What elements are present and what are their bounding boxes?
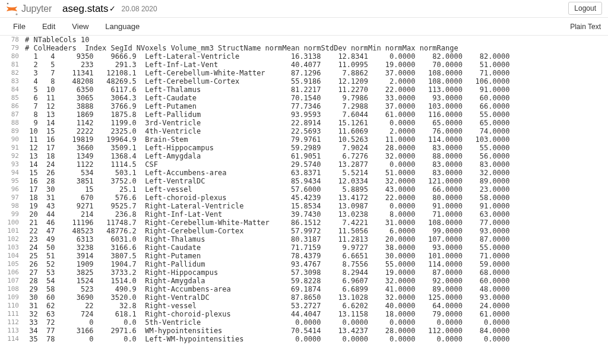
line-text: 8 13 1869 1875.8 Left-Pallidum 93.9593 7… bbox=[23, 110, 509, 119]
editor-line: 113 34 77 3166 2971.6 WM-hypointensities… bbox=[0, 327, 608, 335]
jupyter-logo[interactable]: Jupyter bbox=[5, 2, 62, 16]
line-number: 107 bbox=[0, 277, 23, 285]
line-text: # NTableCols 10 bbox=[23, 36, 89, 44]
editor-line: 81 2 5 233 291.3 Left-Inf-Lat-Vent 40.40… bbox=[0, 61, 608, 69]
editor-line: 110 31 62 22 32.8 Right-vessel 53.2727 6… bbox=[0, 302, 608, 310]
line-text: 35 78 0 0.0 Left-WM-hypointensities 0.00… bbox=[23, 335, 509, 343]
line-text: 23 49 6313 6031.0 Right-Thalamus 80.3187… bbox=[23, 235, 509, 243]
editor-line: 94 15 26 534 503.1 Left-Accumbens-area 6… bbox=[0, 169, 608, 177]
line-text: 27 53 3825 3733.2 Right-Hippocampus 57.3… bbox=[23, 268, 509, 277]
line-number: 103 bbox=[0, 243, 23, 252]
line-number: 114 bbox=[0, 335, 23, 343]
line-number: 109 bbox=[0, 293, 23, 302]
editor-line: 104 25 51 3914 3807.5 Right-Putamen 78.4… bbox=[0, 252, 608, 260]
line-number: 106 bbox=[0, 268, 23, 277]
editor-line: 98 19 43 9271 9525.7 Right-Lateral-Ventr… bbox=[0, 202, 608, 210]
line-text: 28 54 1524 1514.0 Right-Amygdala 59.8228… bbox=[23, 277, 509, 285]
editor-content[interactable]: 78# NTableCols 1079# ColHeaders Index Se… bbox=[0, 36, 608, 343]
line-text: 17 30 15 25.1 Left-vessel 57.6000 5.8895… bbox=[23, 185, 509, 194]
line-text: 13 18 1349 1368.4 Left-Amygdala 61.9051 … bbox=[23, 152, 509, 160]
menu-view[interactable]: View bbox=[64, 19, 97, 34]
editor-line: 84 5 10 6350 6117.6 Left-Thalamus 81.221… bbox=[0, 86, 608, 94]
line-number: 112 bbox=[0, 318, 23, 327]
editor-line: 107 28 54 1524 1514.0 Right-Amygdala 59.… bbox=[0, 277, 608, 285]
editor-mode[interactable]: Plain Text bbox=[570, 23, 601, 31]
editor-line: 105 26 52 1909 1904.7 Right-Pallidum 93.… bbox=[0, 260, 608, 268]
line-number: 110 bbox=[0, 302, 23, 310]
editor-line: 88 9 14 1142 1199.0 3rd-Ventricle 22.891… bbox=[0, 119, 608, 127]
line-text: # ColHeaders Index SegId NVoxels Volume_… bbox=[23, 44, 458, 52]
line-text: 31 62 22 32.8 Right-vessel 53.2727 6.620… bbox=[23, 302, 509, 310]
editor-line: 114 35 78 0 0.0 Left-WM-hypointensities … bbox=[0, 335, 608, 343]
editor-line: 108 29 58 523 490.9 Right-Accumbens-area… bbox=[0, 285, 608, 293]
line-text: 6 11 3065 3064.3 Left-Caudate 70.1540 9.… bbox=[23, 94, 509, 102]
line-number: 79 bbox=[0, 44, 23, 52]
line-number: 80 bbox=[0, 52, 23, 61]
menu-edit[interactable]: Edit bbox=[34, 19, 64, 34]
line-number: 97 bbox=[0, 194, 23, 202]
line-number: 81 bbox=[0, 61, 23, 69]
menu-language[interactable]: Language bbox=[97, 19, 148, 34]
editor-line: 78# NTableCols 10 bbox=[0, 36, 608, 44]
line-text: 14 24 1122 1114.5 CSF 29.5740 13.2877 0.… bbox=[23, 160, 509, 169]
logout-button[interactable]: Logout bbox=[568, 2, 602, 15]
editor-line: 90 11 16 19819 19964.9 Brain-Stem 79.976… bbox=[0, 135, 608, 144]
line-text: 19 43 9271 9525.7 Right-Lateral-Ventricl… bbox=[23, 202, 509, 210]
editor-line: 92 13 18 1349 1368.4 Left-Amygdala 61.90… bbox=[0, 152, 608, 160]
menu-file[interactable]: File bbox=[5, 19, 34, 34]
editor-line: 111 32 63 724 618.1 Right-choroid-plexus… bbox=[0, 310, 608, 318]
editor-line: 80 1 4 9350 9666.9 Left-Lateral-Ventricl… bbox=[0, 52, 608, 61]
svg-point-0 bbox=[7, 2, 9, 4]
line-number: 113 bbox=[0, 327, 23, 335]
line-text: 30 60 3690 3520.0 Right-VentralDC 87.865… bbox=[23, 293, 509, 302]
filename[interactable]: aseg.stats bbox=[62, 3, 109, 15]
line-number: 84 bbox=[0, 86, 23, 94]
line-text: 21 46 11196 11748.7 Right-Cerebellum-Whi… bbox=[23, 219, 509, 227]
line-text: 33 72 0 0.0 5th-Ventricle 0.0000 0.0000 … bbox=[23, 318, 509, 327]
line-number: 95 bbox=[0, 177, 23, 185]
editor-line: 79# ColHeaders Index SegId NVoxels Volum… bbox=[0, 44, 608, 52]
line-number: 88 bbox=[0, 119, 23, 127]
line-text: 9 14 1142 1199.0 3rd-Ventricle 22.8914 1… bbox=[23, 119, 509, 127]
line-number: 101 bbox=[0, 227, 23, 235]
editor-line: 112 33 72 0 0.0 5th-Ventricle 0.0000 0.0… bbox=[0, 318, 608, 327]
line-text: 1 4 9350 9666.9 Left-Lateral-Ventricle 1… bbox=[23, 52, 509, 61]
file-date: 20.08 2020 bbox=[122, 5, 157, 13]
line-text: 3 7 11341 12108.1 Left-Cerebellum-White-… bbox=[23, 69, 509, 77]
editor-line: 91 12 17 3660 3509.1 Left-Hippocampus 59… bbox=[0, 144, 608, 152]
line-number: 86 bbox=[0, 102, 23, 110]
line-number: 85 bbox=[0, 94, 23, 102]
line-text: 5 10 6350 6117.6 Left-Thalamus 81.2217 1… bbox=[23, 86, 509, 94]
editor-line: 87 8 13 1869 1875.8 Left-Pallidum 93.959… bbox=[0, 110, 608, 119]
line-text: 25 51 3914 3807.5 Right-Putamen 78.4379 … bbox=[23, 252, 509, 260]
line-number: 98 bbox=[0, 202, 23, 210]
line-number: 96 bbox=[0, 185, 23, 194]
line-number: 111 bbox=[0, 310, 23, 318]
menubar: File Edit View Language Plain Text bbox=[0, 18, 608, 36]
editor-line: 85 6 11 3065 3064.3 Left-Caudate 70.1540… bbox=[0, 94, 608, 102]
line-text: 20 44 214 236.8 Right-Inf-Lat-Vent 39.74… bbox=[23, 210, 509, 219]
line-text: 4 8 48208 48269.5 Left-Cerebellum-Cortex… bbox=[23, 77, 509, 86]
editor-line: 82 3 7 11341 12108.1 Left-Cerebellum-Whi… bbox=[0, 69, 608, 77]
line-number: 100 bbox=[0, 219, 23, 227]
line-text: 18 31 670 576.6 Left-choroid-plexus 45.4… bbox=[23, 194, 509, 202]
line-text: 2 5 233 291.3 Left-Inf-Lat-Vent 40.4077 … bbox=[23, 61, 509, 69]
line-number: 78 bbox=[0, 36, 23, 44]
line-text: 16 28 3851 3752.0 Left-VentralDC 85.9434… bbox=[23, 177, 509, 185]
line-text: 12 17 3660 3509.1 Left-Hippocampus 59.29… bbox=[23, 144, 509, 152]
editor-line: 106 27 53 3825 3733.2 Right-Hippocampus … bbox=[0, 268, 608, 277]
line-number: 90 bbox=[0, 135, 23, 144]
editor-line: 99 20 44 214 236.8 Right-Inf-Lat-Vent 39… bbox=[0, 210, 608, 219]
save-check-icon: ✓ bbox=[109, 4, 122, 13]
line-text: 34 77 3166 2971.6 WM-hypointensities 70.… bbox=[23, 327, 509, 335]
editor-line: 100 21 46 11196 11748.7 Right-Cerebellum… bbox=[0, 219, 608, 227]
line-number: 93 bbox=[0, 160, 23, 169]
editor-line: 95 16 28 3851 3752.0 Left-VentralDC 85.9… bbox=[0, 177, 608, 185]
line-number: 108 bbox=[0, 285, 23, 293]
line-text: 26 52 1909 1904.7 Right-Pallidum 93.4767… bbox=[23, 260, 509, 268]
editor-line: 103 24 50 3238 3166.6 Right-Caudate 71.7… bbox=[0, 243, 608, 252]
line-number: 105 bbox=[0, 260, 23, 268]
line-number: 99 bbox=[0, 210, 23, 219]
jupyter-wordmark: Jupyter bbox=[21, 4, 52, 14]
line-text: 7 12 3888 3766.9 Left-Putamen 77.7346 7.… bbox=[23, 102, 509, 110]
